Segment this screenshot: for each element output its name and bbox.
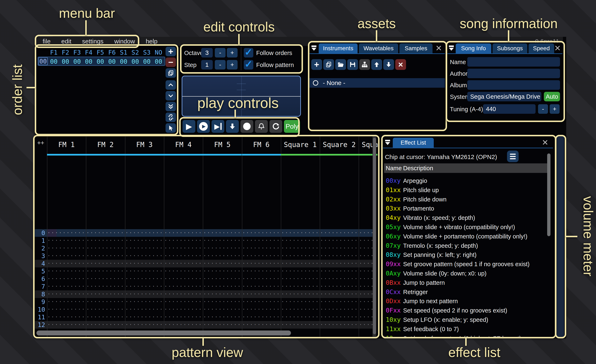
order-cell[interactable]: 00 (48, 58, 60, 65)
repeat-button[interactable] (269, 120, 282, 133)
pattern-empty-cell[interactable]: ·········· (86, 298, 125, 306)
auto-system-button[interactable]: Auto (544, 92, 560, 101)
tab-speed[interactable]: Speed (529, 44, 554, 53)
tab-instruments[interactable]: Instruments (319, 44, 358, 53)
order-duplicate-button[interactable] (165, 68, 176, 78)
pattern-empty-cell[interactable]: ·········· (203, 267, 242, 275)
metronome-button[interactable] (255, 120, 268, 133)
pattern-empty-cell[interactable]: ·········· (281, 290, 320, 298)
pattern-empty-cell[interactable]: ·········· (320, 252, 359, 260)
tuning-minus-button[interactable]: - (538, 104, 548, 114)
pattern-empty-cell[interactable]: ·········· (281, 275, 320, 283)
pattern-empty-cell[interactable]: ·········· (47, 313, 86, 321)
pattern-empty-cell[interactable]: ·········· (125, 313, 164, 321)
order-add-button[interactable]: + (165, 47, 176, 56)
pattern-empty-cell[interactable]: ·········· (281, 237, 320, 244)
pattern-empty-cell[interactable]: ·········· (47, 260, 86, 267)
pattern-empty-cell[interactable]: ·········· (164, 229, 203, 237)
effect-list-scrollbar-thumb[interactable] (547, 153, 551, 236)
pattern-empty-cell[interactable]: ·········· (242, 321, 281, 329)
pattern-horizontal-scrollbar-thumb[interactable] (37, 330, 291, 335)
asset-duplicate-button[interactable] (323, 59, 334, 70)
pattern-empty-cell[interactable]: ·········· (320, 275, 359, 283)
pattern-empty-cell[interactable]: ·········· (320, 229, 359, 237)
pattern-empty-cell[interactable]: ·········· (281, 306, 320, 313)
pattern-empty-cell[interactable]: ·········· (203, 252, 242, 260)
order-duplicate-end-button[interactable] (165, 102, 176, 111)
pattern-empty-cell[interactable]: ·········· (86, 244, 125, 252)
channel-header-fm-4[interactable]: FM 4 (164, 140, 203, 149)
pattern-empty-cell[interactable]: ·········· (125, 298, 164, 306)
play-song-button[interactable]: ▶ (197, 120, 210, 133)
pattern-empty-cell[interactable]: ·········· (125, 237, 164, 244)
pattern-empty-cell[interactable]: ·········· (86, 229, 125, 237)
pattern-empty-cell[interactable]: ·········· (47, 267, 86, 275)
poly-button[interactable]: Poly (284, 120, 300, 133)
pattern-empty-cell[interactable]: ·········· (281, 252, 320, 260)
pattern-empty-cell[interactable]: ·········· (203, 275, 242, 283)
order-cell[interactable]: 00 (60, 58, 71, 65)
pattern-empty-cell[interactable]: ·········· (281, 298, 320, 306)
pattern-empty-cell[interactable]: ·········· (164, 260, 203, 267)
octave-minus-button[interactable]: - (215, 48, 226, 58)
record-button[interactable] (240, 120, 253, 133)
channel-header-fm-6[interactable]: FM 6 (242, 140, 281, 149)
channel-header-square-2[interactable]: Square 2 (320, 140, 359, 149)
pattern-empty-cell[interactable]: ·········· (320, 237, 359, 244)
pattern-empty-cell[interactable]: ·········· (281, 283, 320, 290)
author-field[interactable] (467, 69, 560, 78)
step-minus-button[interactable]: - (215, 60, 226, 70)
asset-move-down-button[interactable] (383, 59, 394, 70)
order-cell[interactable]: 00 (95, 58, 106, 65)
pattern-empty-cell[interactable]: ·········· (320, 313, 359, 321)
pattern-empty-cell[interactable]: ·········· (47, 244, 86, 252)
step-plus-button[interactable]: + (227, 60, 238, 70)
octave-value[interactable]: 3 (201, 48, 213, 58)
pattern-empty-cell[interactable]: ·········· (47, 306, 86, 313)
pattern-empty-cell[interactable]: ·········· (47, 298, 86, 306)
pattern-empty-cell[interactable]: ·········· (320, 283, 359, 290)
pattern-empty-cell[interactable]: ·········· (86, 306, 125, 313)
pattern-empty-cell[interactable]: ·········· (164, 290, 203, 298)
play-button[interactable]: ▶ (183, 120, 195, 133)
pattern-empty-cell[interactable]: ·········· (203, 283, 242, 290)
instrument-list-item[interactable]: - None - (310, 78, 445, 88)
pattern-empty-cell[interactable]: ·········· (203, 290, 242, 298)
order-cell[interactable]: 00 (83, 58, 95, 65)
collapse-icon[interactable] (448, 45, 454, 51)
menu-item-window[interactable]: window (114, 38, 135, 45)
pattern-empty-cell[interactable]: ·········· (47, 229, 86, 237)
pattern-empty-cell[interactable]: ·········· (242, 267, 281, 275)
pattern-view-panel[interactable]: ++ 0····································… (35, 137, 378, 337)
close-icon[interactable]: × (540, 137, 550, 147)
name-field[interactable] (467, 57, 560, 67)
menu-item-settings[interactable]: settings (82, 38, 104, 45)
pattern-empty-cell[interactable]: ·········· (203, 244, 242, 252)
collapse-icon[interactable] (311, 45, 317, 51)
follow-pattern-checkbox[interactable]: ✓ (244, 60, 253, 70)
pattern-empty-cell[interactable]: ·········· (125, 290, 164, 298)
asset-delete-button[interactable]: × (395, 59, 406, 70)
pattern-empty-cell[interactable]: ·········· (242, 290, 281, 298)
pattern-empty-cell[interactable]: ·········· (86, 290, 125, 298)
pattern-empty-cell[interactable]: ·········· (47, 321, 86, 329)
pattern-empty-cell[interactable]: ·········· (125, 229, 164, 237)
channel-header-fm-3[interactable]: FM 3 (125, 140, 164, 149)
channel-header-fm-2[interactable]: FM 2 (86, 140, 125, 149)
pattern-empty-cell[interactable]: ·········· (242, 298, 281, 306)
collapse-icon[interactable] (385, 139, 391, 146)
pattern-empty-cell[interactable]: ·········· (242, 252, 281, 260)
pattern-empty-cell[interactable]: ·········· (125, 267, 164, 275)
pattern-empty-cell[interactable]: ·········· (320, 260, 359, 267)
pattern-empty-cell[interactable]: ·········· (86, 313, 125, 321)
system-field[interactable]: Sega Genesis/Mega Drive (467, 92, 541, 101)
order-edit-mode-button[interactable] (165, 123, 176, 133)
pattern-empty-cell[interactable]: ·········· (86, 237, 125, 244)
pattern-empty-cell[interactable]: ·········· (125, 306, 164, 313)
pattern-empty-cell[interactable]: ·········· (125, 283, 164, 290)
order-deep-clone-button[interactable] (165, 112, 176, 122)
pattern-empty-cell[interactable]: ·········· (125, 252, 164, 260)
pattern-empty-cell[interactable]: ·········· (164, 275, 203, 283)
channel-header-square-1[interactable]: Square 1 (281, 140, 320, 149)
pattern-empty-cell[interactable]: ·········· (164, 306, 203, 313)
